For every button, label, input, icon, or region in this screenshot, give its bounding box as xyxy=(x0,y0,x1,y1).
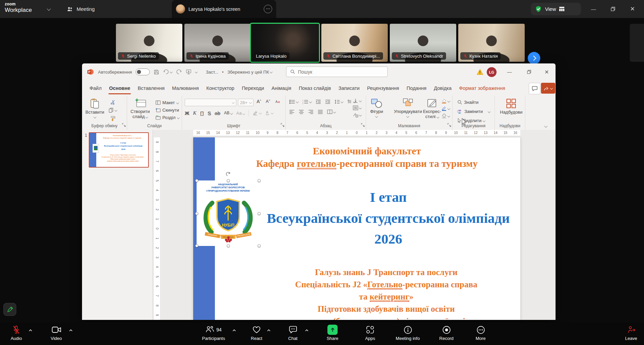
shapes-button[interactable]: Фігури xyxy=(370,98,383,117)
align-right-button[interactable] xyxy=(308,110,314,114)
replace-button[interactable]: abac Замінити xyxy=(457,108,490,115)
tab-animations[interactable]: Анімація xyxy=(268,80,295,96)
minimize-button[interactable]: — xyxy=(585,0,602,18)
decrease-indent-button[interactable] xyxy=(316,99,321,104)
selection-handle[interactable] xyxy=(195,179,198,182)
text-shadow-button[interactable]: S xyxy=(207,110,211,116)
warning-icon[interactable] xyxy=(477,69,483,76)
apps-button[interactable]: Apps xyxy=(353,325,387,341)
selection-handle[interactable] xyxy=(258,179,261,182)
tab-slideshow[interactable]: Показ слайдів xyxy=(295,80,335,96)
layout-button[interactable]: Макет xyxy=(156,99,179,106)
participants-button[interactable]: 94 Participants xyxy=(192,325,236,341)
tab-shared-screen[interactable]: Larysa Hopkalo's screen ⋯ xyxy=(172,0,276,18)
tab-help[interactable]: Довідка xyxy=(430,80,455,96)
shape-outline-button[interactable] xyxy=(441,106,450,111)
italic-button[interactable]: К xyxy=(193,110,197,116)
ppt-close-button[interactable]: ✕ xyxy=(539,63,555,80)
tab-home[interactable]: Основне xyxy=(105,80,134,96)
align-text-button[interactable] xyxy=(353,98,361,103)
addins-button[interactable]: Надбудови xyxy=(500,98,522,115)
align-center-button[interactable] xyxy=(299,110,304,114)
next-participants-button[interactable] xyxy=(528,52,540,64)
dialog-launcher-icon[interactable] xyxy=(361,122,365,128)
text-box-layout-button[interactable] xyxy=(353,106,361,110)
share-screen-button[interactable]: Share xyxy=(316,325,349,341)
leave-button[interactable]: Leave xyxy=(614,325,644,341)
justify-button[interactable] xyxy=(318,110,323,114)
selection-handle[interactable] xyxy=(227,179,230,182)
tab-review[interactable]: Рецензування xyxy=(363,80,403,96)
columns-button[interactable] xyxy=(327,110,336,114)
dialog-launcher-icon[interactable] xyxy=(281,122,284,128)
line-spacing-button[interactable] xyxy=(335,99,343,104)
record-button[interactable]: Record xyxy=(429,325,463,341)
reset-button[interactable]: Скинути xyxy=(156,107,179,114)
workspace-switch-chevron-icon[interactable] xyxy=(47,7,51,11)
react-options-chevron-icon[interactable] xyxy=(267,327,270,329)
slide-title-textbox[interactable]: І етап Всеукраїнської студентської олімп… xyxy=(266,187,510,250)
tab-record[interactable]: Записати xyxy=(335,80,363,96)
video-tile-larysa-hopkalo-active-speaker[interactable]: Larysa Hopkalo xyxy=(250,23,320,63)
tab-meeting[interactable]: Meeting xyxy=(66,0,95,18)
ruler-vertical[interactable]: 9876543210123456789 xyxy=(154,137,160,320)
restore-button[interactable] xyxy=(604,0,622,18)
tab-design[interactable]: Конструктор xyxy=(203,80,238,96)
participants-options-chevron-icon[interactable] xyxy=(233,327,236,329)
dialog-launcher-icon[interactable] xyxy=(122,122,126,128)
annotate-button[interactable] xyxy=(3,303,16,316)
ruler-horizontal[interactable]: 1615141312111098765432101234567891011121… xyxy=(193,130,520,136)
video-tile-svitlana[interactable]: Світлана Володимирі... xyxy=(321,24,388,62)
convert-to-smartart-button[interactable] xyxy=(353,113,361,117)
chat-button[interactable]: Chat xyxy=(276,325,310,341)
undo-button[interactable] xyxy=(163,69,172,75)
rotate-handle-icon[interactable] xyxy=(225,171,231,178)
video-button[interactable]: Video xyxy=(43,325,70,341)
document-name[interactable]: Заст... xyxy=(206,70,218,75)
autosave-toggle[interactable] xyxy=(136,69,150,75)
share-button[interactable] xyxy=(541,83,555,94)
numbering-button[interactable]: 123 xyxy=(302,99,311,104)
video-options-chevron-icon[interactable] xyxy=(69,327,73,329)
paste-button[interactable]: Вставити xyxy=(85,98,104,118)
tab-options-button[interactable]: ⋯ xyxy=(264,5,272,13)
security-shield-icon[interactable] xyxy=(535,5,542,13)
shape-fill-button[interactable] xyxy=(441,98,450,103)
format-painter-button[interactable] xyxy=(108,116,117,121)
start-slideshow-button[interactable] xyxy=(186,69,192,75)
character-spacing-button[interactable]: АВ xyxy=(224,111,233,115)
tab-view[interactable]: Подання xyxy=(403,80,430,96)
more-button[interactable]: More xyxy=(464,325,498,341)
slide-canvas[interactable]: Економічний факультет Кафедра готельно-р… xyxy=(193,137,520,320)
tab-draw[interactable]: Малювання xyxy=(168,80,203,96)
selection-handle[interactable] xyxy=(258,212,261,215)
section-button[interactable]: Розділ xyxy=(156,114,179,121)
quick-styles-button[interactable]: Експрес-стилі xyxy=(423,98,441,119)
account-avatar-badge[interactable]: LG xyxy=(487,67,497,77)
font-color-button[interactable]: A xyxy=(265,110,273,116)
font-name-combo[interactable] xyxy=(185,99,236,106)
clear-formatting-button[interactable]: A xyxy=(275,99,281,104)
dialog-launcher-icon[interactable] xyxy=(447,122,451,128)
university-logo-selected[interactable]: НАЦІОНАЛЬНИЙ УНІВЕРСИТЕТ БІОРЕСУРСІВ І П… xyxy=(197,180,259,246)
cut-button[interactable] xyxy=(108,99,117,105)
selection-handle[interactable] xyxy=(227,244,230,247)
view-button[interactable]: View xyxy=(531,3,581,15)
copy-button[interactable] xyxy=(108,108,117,113)
video-tile-stretovych-oleksandr[interactable]: Stretovych Oleksandr xyxy=(390,24,456,62)
comments-button[interactable] xyxy=(529,83,540,94)
change-case-button[interactable]: Аа xyxy=(236,111,245,116)
underline-button[interactable]: П xyxy=(200,110,204,116)
meeting-info-button[interactable]: Meeting info xyxy=(384,325,431,341)
tab-file[interactable]: Файл xyxy=(86,80,105,96)
find-button[interactable]: Знайти xyxy=(457,99,490,106)
shape-effects-button[interactable] xyxy=(441,113,450,118)
tab-picture-format[interactable]: Формат зображення xyxy=(455,80,509,96)
tab-transitions[interactable]: Переходи xyxy=(238,80,268,96)
selection-handle[interactable] xyxy=(195,212,198,215)
audio-button[interactable]: Audio xyxy=(3,325,30,341)
saved-status[interactable]: Збережено у цей ПК xyxy=(227,70,272,75)
grow-font-button[interactable]: А˄ xyxy=(257,99,261,104)
bullets-button[interactable] xyxy=(289,99,298,104)
chat-options-chevron-icon[interactable] xyxy=(305,327,308,329)
